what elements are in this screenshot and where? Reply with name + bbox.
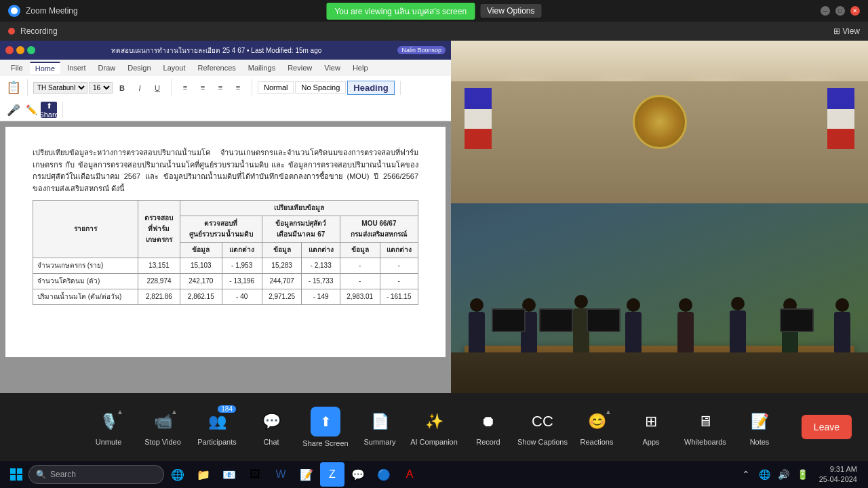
- font-size-selector[interactable]: 16: [89, 82, 113, 94]
- participants-button[interactable]: 👥 184 Participants: [190, 403, 244, 451]
- record-button[interactable]: ⏺ Record: [461, 403, 515, 451]
- view-button[interactable]: ⊞ View: [833, 26, 860, 36]
- tab-draw[interactable]: Draw: [93, 62, 121, 73]
- reactions-button[interactable]: 😊 ▲ Reactions: [570, 403, 624, 451]
- word-close-button[interactable]: [5, 46, 14, 54]
- align-right-button[interactable]: ≡: [212, 79, 229, 96]
- summary-button[interactable]: 📄 Summary: [353, 403, 407, 451]
- tab-file[interactable]: File: [5, 62, 28, 73]
- ribbon-toolbar: 📋 TH SarabunPSK 16 B I: [0, 76, 451, 121]
- taskbar-search[interactable]: 🔍 Search: [28, 465, 164, 484]
- whiteboards-button[interactable]: 🖥 Whiteboards: [678, 403, 732, 451]
- svg-rect-0: [10, 468, 16, 474]
- tab-mailings[interactable]: Mailings: [243, 62, 281, 73]
- style-nospacing-button[interactable]: No Spacing: [295, 81, 346, 94]
- word-minimize-button[interactable]: [16, 46, 24, 54]
- system-clock[interactable]: 9:31 AM 25-04-2024: [814, 464, 863, 485]
- chat-button[interactable]: 💬 Chat: [244, 403, 298, 451]
- align-left-button[interactable]: ≡: [177, 79, 193, 96]
- leave-button[interactable]: Leave: [802, 415, 852, 439]
- svg-rect-2: [10, 475, 16, 481]
- video-arrow[interactable]: ▲: [171, 408, 178, 415]
- apps-button[interactable]: ⊞ Apps: [624, 403, 678, 451]
- word-page: เปรียบเทียบข้อมูลระหว่างการตรวจสอบปริมาณ…: [5, 127, 446, 357]
- start-button[interactable]: [5, 464, 27, 485]
- share-screen-button[interactable]: ⬆ Share Screen: [298, 401, 353, 453]
- tab-references[interactable]: References: [193, 62, 241, 73]
- font-selector[interactable]: TH SarabunPSK: [33, 82, 87, 94]
- tab-help[interactable]: Help: [347, 62, 374, 73]
- tab-layout[interactable]: Layout: [158, 62, 191, 73]
- align-center-button[interactable]: ≡: [195, 79, 211, 96]
- taskbar-app-acrobat[interactable]: A: [397, 462, 422, 487]
- data-table: รายการ ตรวจสอบที่ฟาร์มเกษตรกร เปรียบเทีย…: [33, 200, 418, 305]
- table-header-compare: เปรียบเทียบข้อมูล: [180, 201, 418, 216]
- editing-group: 🎤 ✏️ ⬆ Share: [5, 102, 63, 118]
- close-button[interactable]: ✕: [850, 6, 860, 16]
- taskbar-app-edge[interactable]: 🌐: [165, 462, 190, 487]
- tray-volume-icon[interactable]: 🔊: [776, 466, 792, 483]
- notes-button[interactable]: 📝 Notes: [732, 403, 787, 451]
- tab-review[interactable]: Review: [282, 62, 317, 73]
- italic-button[interactable]: I: [132, 80, 148, 96]
- taskbar-app-zoom[interactable]: Z: [320, 462, 344, 487]
- tab-insert[interactable]: Insert: [62, 62, 92, 73]
- minimize-button[interactable]: ─: [821, 6, 830, 16]
- tray-battery-icon[interactable]: 🔋: [795, 466, 811, 483]
- table-sub-data2: ข้อมูล: [262, 243, 302, 258]
- table-sub-diff3: แตกต่าง: [380, 243, 418, 258]
- zoom-toolbar: 🎙️ ▲ Unmute 📹 ▲ Stop Video 👥 184 Partici…: [0, 393, 868, 461]
- underline-button[interactable]: U: [149, 80, 165, 96]
- word-window-controls: [5, 46, 35, 54]
- editor-button[interactable]: ✏️: [23, 102, 39, 118]
- unmute-arrow[interactable]: ▲: [117, 408, 123, 415]
- unmute-button[interactable]: 🎙️ ▲ Unmute: [81, 403, 136, 451]
- table-row: ปริมาณน้ำนมโค (ตัน/ต่อวัน) 2,821.86 2,86…: [33, 289, 418, 305]
- maximize-button[interactable]: □: [835, 6, 845, 16]
- svg-rect-3: [17, 475, 22, 481]
- ai-companion-button[interactable]: ✨ AI Companion: [407, 403, 461, 451]
- stop-video-button[interactable]: 📹 ▲ Stop Video: [136, 403, 190, 451]
- system-tray: ⌃ 🌐 🔊 🔋 9:31 AM 25-04-2024: [738, 464, 863, 485]
- record-icon: ⏺: [475, 408, 502, 435]
- taskbar-app-notepad[interactable]: 📝: [294, 462, 319, 487]
- style-heading-button[interactable]: Heading: [347, 81, 394, 95]
- word-maximize-button[interactable]: [27, 46, 35, 54]
- taskbar-app-mail[interactable]: 📧: [217, 462, 241, 487]
- taskbar-app-photos[interactable]: 🖼: [243, 462, 267, 487]
- apps-label: Apps: [642, 438, 659, 446]
- taskbar-app-chrome[interactable]: 🔵: [372, 462, 396, 487]
- notes-label: Notes: [750, 438, 770, 446]
- word-document-body[interactable]: เปรียบเทียบข้อมูลระหว่างการตรวจสอบปริมาณ…: [0, 121, 451, 420]
- bold-button[interactable]: B: [114, 80, 130, 96]
- titlebar: Zoom Meeting You are viewing นลิน บญศส's…: [0, 0, 868, 22]
- share-button[interactable]: ⬆ Share: [41, 102, 57, 118]
- taskbar-app-word[interactable]: W: [269, 462, 293, 487]
- tab-view[interactable]: View: [319, 62, 346, 73]
- whiteboards-icon: 🖥: [692, 408, 719, 435]
- search-placeholder: Search: [50, 470, 76, 479]
- tray-network-icon[interactable]: 🌐: [757, 466, 773, 483]
- justify-button[interactable]: ≡: [230, 79, 246, 96]
- reactions-icon: 😊 ▲: [583, 408, 610, 435]
- view-options-button[interactable]: View Options: [480, 4, 541, 18]
- paste-button[interactable]: 📋: [5, 79, 22, 96]
- reactions-arrow[interactable]: ▲: [605, 408, 612, 415]
- taskbar-app-teams[interactable]: 💬: [346, 462, 370, 487]
- recording-bar: Recording ⊞ View: [0, 22, 868, 41]
- show-captions-button[interactable]: CC Show Captions: [515, 403, 570, 451]
- summary-icon: 📄: [366, 408, 393, 435]
- tray-chevron-icon[interactable]: ⌃: [738, 466, 754, 483]
- camera-icon: 📹 ▲: [149, 408, 176, 435]
- monitor-1: [492, 308, 526, 332]
- table-row: จำนวนโคริดนม (ตัว) 228,974 242,170 - 13,…: [33, 274, 418, 289]
- table-sub-data1: ข้อมูล: [180, 243, 222, 258]
- window-title: Zoom Meeting: [26, 6, 78, 16]
- tab-home[interactable]: Home: [30, 62, 60, 74]
- taskbar-app-explorer[interactable]: 📁: [191, 462, 216, 487]
- tab-design[interactable]: Design: [122, 62, 156, 73]
- word-document-title: ทดสอบแผนการทำงานในรายละเอียด 25 4 67 • L…: [39, 45, 393, 56]
- style-normal-button[interactable]: Normal: [258, 81, 294, 94]
- dictate-button[interactable]: 🎤: [5, 102, 22, 118]
- meeting-video: 134 CPSMOAC: [451, 41, 868, 420]
